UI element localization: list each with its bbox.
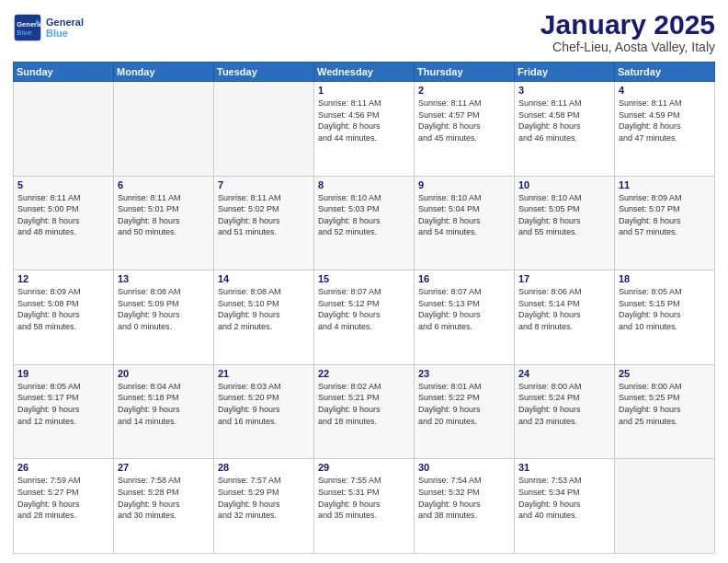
cell-info: Sunrise: 8:09 AM Sunset: 5:07 PM Dayligh… <box>619 192 711 238</box>
calendar-cell: 27Sunrise: 7:58 AM Sunset: 5:28 PM Dayli… <box>114 459 214 554</box>
calendar-cell: 6Sunrise: 8:11 AM Sunset: 5:01 PM Daylig… <box>114 176 214 270</box>
cell-info: Sunrise: 7:53 AM Sunset: 5:34 PM Dayligh… <box>518 475 610 521</box>
day-number: 20 <box>118 368 210 379</box>
cell-info: Sunrise: 8:11 AM Sunset: 5:02 PM Dayligh… <box>218 192 310 238</box>
day-number: 9 <box>418 179 510 190</box>
cell-info: Sunrise: 8:00 AM Sunset: 5:25 PM Dayligh… <box>619 381 711 427</box>
title-block: January 2025 Chef-Lieu, Aosta Valley, It… <box>540 9 715 54</box>
cell-info: Sunrise: 8:07 AM Sunset: 5:13 PM Dayligh… <box>418 286 510 332</box>
day-number: 1 <box>318 85 410 96</box>
cell-info: Sunrise: 8:08 AM Sunset: 5:10 PM Dayligh… <box>218 286 310 332</box>
day-number: 6 <box>118 179 210 190</box>
day-number: 4 <box>619 85 711 96</box>
cell-info: Sunrise: 8:08 AM Sunset: 5:09 PM Dayligh… <box>118 286 210 332</box>
cell-info: Sunrise: 7:54 AM Sunset: 5:32 PM Dayligh… <box>418 475 510 521</box>
calendar-cell: 18Sunrise: 8:05 AM Sunset: 5:15 PM Dayli… <box>615 270 715 365</box>
cell-info: Sunrise: 7:58 AM Sunset: 5:28 PM Dayligh… <box>118 475 210 521</box>
day-number: 13 <box>118 273 210 284</box>
logo-icon: General Blue <box>13 13 42 42</box>
cell-info: Sunrise: 8:11 AM Sunset: 5:00 PM Dayligh… <box>17 192 109 238</box>
calendar-cell: 24Sunrise: 8:00 AM Sunset: 5:24 PM Dayli… <box>515 364 615 459</box>
calendar-cell: 29Sunrise: 7:55 AM Sunset: 5:31 PM Dayli… <box>314 459 415 554</box>
weekday-header-row: SundayMondayTuesdayWednesdayThursdayFrid… <box>14 63 715 82</box>
calendar-cell: 12Sunrise: 8:09 AM Sunset: 5:08 PM Dayli… <box>14 270 114 365</box>
cell-info: Sunrise: 8:10 AM Sunset: 5:03 PM Dayligh… <box>318 192 410 238</box>
cell-info: Sunrise: 8:10 AM Sunset: 5:05 PM Dayligh… <box>518 192 610 238</box>
cell-info: Sunrise: 8:07 AM Sunset: 5:12 PM Dayligh… <box>318 286 410 332</box>
cell-info: Sunrise: 7:55 AM Sunset: 5:31 PM Dayligh… <box>318 475 410 521</box>
cell-info: Sunrise: 8:03 AM Sunset: 5:20 PM Dayligh… <box>218 381 310 427</box>
cell-info: Sunrise: 8:05 AM Sunset: 5:15 PM Dayligh… <box>619 286 711 332</box>
header: General Blue General Blue January 2025 C… <box>13 9 715 54</box>
calendar-cell: 1Sunrise: 8:11 AM Sunset: 4:56 PM Daylig… <box>314 82 415 177</box>
day-number: 26 <box>17 462 109 473</box>
page: General Blue General Blue January 2025 C… <box>0 0 728 563</box>
weekday-header-sunday: Sunday <box>14 63 114 82</box>
week-row-3: 12Sunrise: 8:09 AM Sunset: 5:08 PM Dayli… <box>14 270 715 365</box>
week-row-4: 19Sunrise: 8:05 AM Sunset: 5:17 PM Dayli… <box>14 364 715 459</box>
weekday-header-thursday: Thursday <box>415 63 515 82</box>
cell-info: Sunrise: 8:11 AM Sunset: 5:01 PM Dayligh… <box>118 192 210 238</box>
calendar-cell: 22Sunrise: 8:02 AM Sunset: 5:21 PM Dayli… <box>314 364 415 459</box>
day-number: 31 <box>518 462 610 473</box>
cell-info: Sunrise: 8:05 AM Sunset: 5:17 PM Dayligh… <box>17 381 109 427</box>
calendar-cell: 4Sunrise: 8:11 AM Sunset: 4:59 PM Daylig… <box>615 82 715 177</box>
calendar-table: SundayMondayTuesdayWednesdayThursdayFrid… <box>13 62 715 554</box>
cell-info: Sunrise: 8:11 AM Sunset: 4:56 PM Dayligh… <box>318 98 410 144</box>
calendar-cell: 16Sunrise: 8:07 AM Sunset: 5:13 PM Dayli… <box>415 270 515 365</box>
calendar-cell: 15Sunrise: 8:07 AM Sunset: 5:12 PM Dayli… <box>314 270 415 365</box>
day-number: 19 <box>17 368 109 379</box>
cell-info: Sunrise: 8:10 AM Sunset: 5:04 PM Dayligh… <box>418 192 510 238</box>
cell-info: Sunrise: 8:11 AM Sunset: 4:57 PM Dayligh… <box>418 98 510 144</box>
cell-info: Sunrise: 8:09 AM Sunset: 5:08 PM Dayligh… <box>17 286 109 332</box>
day-number: 8 <box>318 179 410 190</box>
calendar-cell <box>14 82 114 177</box>
calendar-cell: 14Sunrise: 8:08 AM Sunset: 5:10 PM Dayli… <box>214 270 314 365</box>
calendar-cell <box>214 82 314 177</box>
day-number: 3 <box>518 85 610 96</box>
calendar-cell: 30Sunrise: 7:54 AM Sunset: 5:32 PM Dayli… <box>415 459 515 554</box>
day-number: 15 <box>318 273 410 284</box>
day-number: 22 <box>318 368 410 379</box>
cell-info: Sunrise: 7:59 AM Sunset: 5:27 PM Dayligh… <box>17 475 109 521</box>
day-number: 5 <box>17 179 109 190</box>
day-number: 18 <box>619 273 711 284</box>
weekday-header-tuesday: Tuesday <box>214 63 314 82</box>
calendar-cell: 9Sunrise: 8:10 AM Sunset: 5:04 PM Daylig… <box>415 176 515 270</box>
day-number: 2 <box>418 85 510 96</box>
calendar-subtitle: Chef-Lieu, Aosta Valley, Italy <box>540 40 715 54</box>
weekday-header-wednesday: Wednesday <box>314 63 415 82</box>
calendar-cell: 8Sunrise: 8:10 AM Sunset: 5:03 PM Daylig… <box>314 176 415 270</box>
logo-text: General Blue <box>46 17 84 39</box>
cell-info: Sunrise: 7:57 AM Sunset: 5:29 PM Dayligh… <box>218 475 310 521</box>
calendar-cell: 23Sunrise: 8:01 AM Sunset: 5:22 PM Dayli… <box>415 364 515 459</box>
cell-info: Sunrise: 8:06 AM Sunset: 5:14 PM Dayligh… <box>518 286 610 332</box>
calendar-cell: 5Sunrise: 8:11 AM Sunset: 5:00 PM Daylig… <box>14 176 114 270</box>
calendar-cell: 28Sunrise: 7:57 AM Sunset: 5:29 PM Dayli… <box>214 459 314 554</box>
day-number: 16 <box>418 273 510 284</box>
calendar-cell: 25Sunrise: 8:00 AM Sunset: 5:25 PM Dayli… <box>615 364 715 459</box>
calendar-cell: 20Sunrise: 8:04 AM Sunset: 5:18 PM Dayli… <box>114 364 214 459</box>
calendar-cell: 21Sunrise: 8:03 AM Sunset: 5:20 PM Dayli… <box>214 364 314 459</box>
day-number: 30 <box>418 462 510 473</box>
calendar-cell <box>615 459 715 554</box>
cell-info: Sunrise: 8:04 AM Sunset: 5:18 PM Dayligh… <box>118 381 210 427</box>
day-number: 7 <box>218 179 310 190</box>
week-row-5: 26Sunrise: 7:59 AM Sunset: 5:27 PM Dayli… <box>14 459 715 554</box>
calendar-cell: 17Sunrise: 8:06 AM Sunset: 5:14 PM Dayli… <box>515 270 615 365</box>
day-number: 12 <box>17 273 109 284</box>
cell-info: Sunrise: 8:01 AM Sunset: 5:22 PM Dayligh… <box>418 381 510 427</box>
day-number: 28 <box>218 462 310 473</box>
weekday-header-friday: Friday <box>515 63 615 82</box>
calendar-cell: 13Sunrise: 8:08 AM Sunset: 5:09 PM Dayli… <box>114 270 214 365</box>
calendar-cell: 31Sunrise: 7:53 AM Sunset: 5:34 PM Dayli… <box>515 459 615 554</box>
day-number: 14 <box>218 273 310 284</box>
cell-info: Sunrise: 8:00 AM Sunset: 5:24 PM Dayligh… <box>518 381 610 427</box>
calendar-cell: 7Sunrise: 8:11 AM Sunset: 5:02 PM Daylig… <box>214 176 314 270</box>
weekday-header-monday: Monday <box>114 63 214 82</box>
calendar-cell <box>114 82 214 177</box>
day-number: 17 <box>518 273 610 284</box>
cell-info: Sunrise: 8:02 AM Sunset: 5:21 PM Dayligh… <box>318 381 410 427</box>
day-number: 29 <box>318 462 410 473</box>
day-number: 25 <box>619 368 711 379</box>
